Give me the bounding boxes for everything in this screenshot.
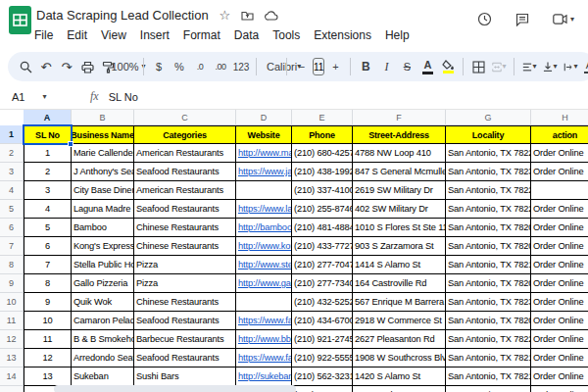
cell-G8[interactable]: San Antonio, TX 78210 [446,256,531,274]
cell-G2[interactable]: San Antonio, TX 78229 [446,144,531,163]
cell-E8[interactable]: (210) 277-7047 [292,256,353,274]
cell-H9[interactable]: Order Online [531,274,588,293]
zoom-control[interactable]: 100%▾ [119,55,138,78]
cell-B8[interactable]: Stella Public Hou [72,256,134,274]
search-menus-icon[interactable] [16,55,35,78]
row-header-5[interactable]: 5 [0,200,24,219]
cell-H7[interactable]: Order Online [531,237,588,256]
cell-G5[interactable]: San Antonio, TX 78221 [446,200,531,219]
text-color-button[interactable]: A [417,55,437,78]
cell-E6[interactable]: (210) 481-4884 [292,219,353,237]
cell-E12[interactable]: (210) 921-2745 [292,330,353,349]
document-status-cloud-icon[interactable] [265,11,278,21]
fill-handle[interactable] [68,141,74,147]
italic-button[interactable]: I [376,55,396,78]
cell-H3[interactable]: Order Online [531,163,588,181]
cell-E2[interactable]: (210) 680-4257 [292,144,353,163]
cell-A3[interactable]: 2 [24,163,72,181]
cell-D11[interactable]: https://www.fac [236,312,292,330]
row-header-3[interactable]: 3 [0,163,24,181]
format-percent-button[interactable]: % [170,55,189,78]
sheets-logo-icon[interactable] [9,6,31,34]
format-currency-button[interactable]: $ [149,55,169,78]
row-header-14[interactable]: 14 [0,368,24,386]
cell-B10[interactable]: Quik Wok [72,293,134,312]
column-header-A[interactable]: A [24,110,72,125]
name-box[interactable]: A1 ▾ [0,84,76,109]
cell-F6[interactable]: 1010 S Flores St Ste 111 [353,219,446,237]
cell-A13[interactable]: 12 [24,349,72,368]
cell-D3[interactable]: https://www.jan [236,163,292,181]
cell-D4[interactable] [236,181,292,200]
cell-B14[interactable]: Sukeban [72,368,134,386]
cell-F3[interactable]: 847 S General Mcmullen Dr [353,163,446,181]
cell-G13[interactable]: San Antonio, TX 78211 [446,349,531,368]
menu-edit[interactable]: Edit [67,28,87,42]
cell-B4[interactable]: City Base Diner [72,181,134,200]
cell-A5[interactable]: 4 [24,200,72,219]
cell-B1[interactable]: Business Name [72,125,134,144]
text-rotation-button[interactable]: A ▾ [581,55,588,78]
cell-H10[interactable]: Order Online [531,293,588,312]
cell-F13[interactable]: 1908 W Southcross Blvd [353,349,446,368]
cell-H6[interactable]: Order Online [531,219,588,237]
row-header-13[interactable]: 13 [0,349,24,368]
cell-F7[interactable]: 903 S Zarzamora St [353,237,446,256]
cell-D5[interactable]: https://www.lag [236,200,292,219]
document-title[interactable]: Data Scraping Lead Collection [36,8,209,23]
cell-A6[interactable]: 5 [24,219,72,237]
cell-G12[interactable]: San Antonio, TX 78221 [446,330,531,349]
cell-G9[interactable]: San Antonio, TX 78207 [446,274,531,293]
cell-F4[interactable]: 2619 SW Military Dr [353,181,446,200]
cell-F10[interactable]: 567 Enrique M Barrera Pkwy [353,293,446,312]
cell-D10[interactable] [236,293,292,312]
cell-B2[interactable]: Marie Callender [72,144,134,163]
menu-format[interactable]: Format [183,28,220,42]
cell-E1[interactable]: Phone [292,125,353,144]
cell-C4[interactable]: American Restaurants [134,181,236,200]
cell-E7[interactable]: (210) 433-7727 [292,237,353,256]
cell-C9[interactable]: Pizza [134,274,236,293]
cell-F15[interactable]: 5003 S Flores St [353,386,446,392]
cell-D12[interactable]: http://www.bbs [236,330,292,349]
cell-D9[interactable]: http://www.gall [236,274,292,293]
redo-icon[interactable]: ↷ [57,55,76,78]
horizontal-scrollbar-thumb[interactable] [54,385,296,392]
menu-file[interactable]: File [34,28,53,42]
row-header-15[interactable]: 15 [0,386,24,392]
cell-F8[interactable]: 1414 S Alamo St [353,256,446,274]
cell-D2[interactable]: http://www.mar [236,144,292,163]
strikethrough-button[interactable]: S [397,55,416,78]
row-header-9[interactable]: 9 [0,274,24,293]
cell-C11[interactable]: Seafood Restaurants [134,312,236,330]
column-header-C[interactable]: C [134,110,236,125]
cell-H12[interactable]: Order Online [531,330,588,349]
cell-D8[interactable]: http://www.stel [236,256,292,274]
cell-H5[interactable]: Order Online [531,200,588,219]
cell-B5[interactable]: Laguna Madre S [72,200,134,219]
cell-E5[interactable]: (210) 255-8746 [292,200,353,219]
cell-F11[interactable]: 2918 W Commerce St [353,312,446,330]
cell-C8[interactable]: Pizza [134,256,236,274]
star-icon[interactable]: ☆ [220,9,231,22]
borders-button[interactable] [468,55,488,78]
menu-data[interactable]: Data [234,28,259,42]
cell-B6[interactable]: Bamboo [72,219,134,237]
cell-E15[interactable]: (210) 455-7983 [292,386,353,392]
column-header-G[interactable]: G [446,110,531,125]
increase-decimal-button[interactable]: .00 [211,55,230,78]
cell-H14[interactable]: Order Online [531,368,588,386]
cell-A9[interactable]: 8 [24,274,72,293]
spreadsheet-grid[interactable]: ABCDEFGH 123456789101112131415 SL NoBusi… [0,110,588,392]
menu-help[interactable]: Help [385,28,410,42]
cell-B3[interactable]: J Anthony's Sea [72,163,134,181]
cell-E3[interactable]: (210) 438-1992 [292,163,353,181]
formula-input[interactable]: SL No [109,91,138,103]
font-selector[interactable]: Calibri▾ [262,55,281,78]
cell-C2[interactable]: American Restaurants [134,144,236,163]
cell-A4[interactable]: 3 [24,181,72,200]
cell-F14[interactable]: 1420 S Alamo St [353,368,446,386]
cell-E10[interactable]: (210) 432-5252 [292,293,353,312]
cell-C10[interactable]: Chinese Restaurants [134,293,236,312]
cell-G15[interactable]: San Antonio, TX 78214 [446,386,531,392]
